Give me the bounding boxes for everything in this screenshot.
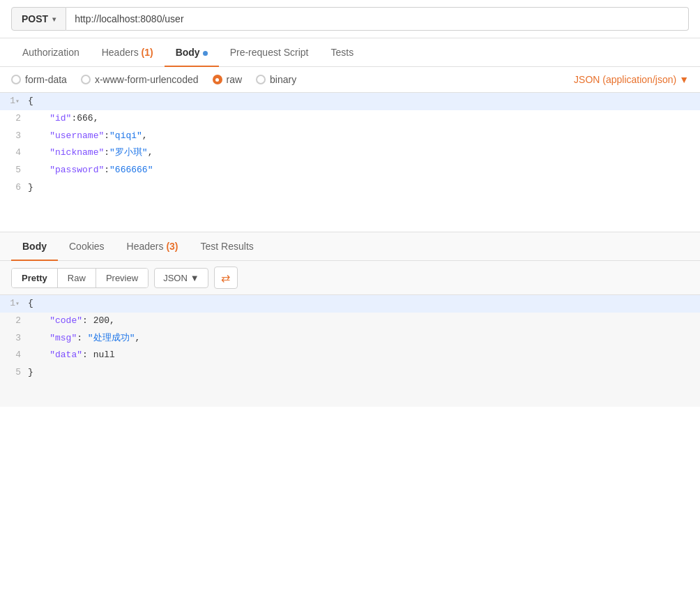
response-section: BodyCookiesHeaders (3)Test Results Prett… xyxy=(0,232,700,407)
line-number: 1▾ xyxy=(0,295,28,313)
line-number: 4 xyxy=(0,347,28,364)
line-content[interactable]: "data": null xyxy=(28,347,115,364)
response-json-dropdown[interactable]: JSON ▼ xyxy=(154,268,208,288)
line-content[interactable]: "msg": "处理成功", xyxy=(28,330,140,347)
line-content[interactable]: } xyxy=(28,179,33,197)
tab-authorization[interactable]: Authorization xyxy=(11,38,91,66)
line-number: 1▾ xyxy=(0,93,28,110)
line-number: 2 xyxy=(0,110,28,128)
radio-raw[interactable]: raw xyxy=(213,74,243,85)
wrap-icon: ⇄ xyxy=(221,271,230,285)
line-content[interactable]: "nickname":"罗小琪", xyxy=(28,144,153,162)
line-content[interactable]: { xyxy=(28,93,33,110)
wrap-button[interactable]: ⇄ xyxy=(214,267,238,289)
radio-x-www-form-urlencoded[interactable]: x-www-form-urlencoded xyxy=(81,74,199,85)
method-button[interactable]: POST ▾ xyxy=(11,7,66,31)
radio-label-x-www-form-urlencoded: x-www-form-urlencoded xyxy=(95,74,199,85)
format-btn-pretty[interactable]: Pretty xyxy=(12,269,58,287)
radio-circle-form-data xyxy=(11,75,21,84)
line-number: 3 xyxy=(0,128,28,145)
response-controls: PrettyRawPreviewJSON ▼⇄ xyxy=(0,261,700,295)
chevron-down-icon: ▼ xyxy=(679,74,689,85)
radio-label-binary: binary xyxy=(270,74,296,85)
line-content[interactable]: "password":"666666" xyxy=(28,162,153,179)
line-number: 5 xyxy=(0,364,28,382)
radio-label-form-data: form-data xyxy=(25,74,67,85)
request-code-editor[interactable]: 1▾{2 "id":666,3 "username":"qiqi",4 "nic… xyxy=(0,93,700,232)
radio-label-raw: raw xyxy=(227,74,243,85)
line-content[interactable]: "id":666, xyxy=(28,110,98,128)
radio-binary[interactable]: binary xyxy=(256,74,296,85)
radio-circle-binary xyxy=(256,75,266,84)
response-tab-body[interactable]: Body xyxy=(11,232,58,260)
line-number: 6 xyxy=(0,179,28,197)
radio-circle-x-www-form-urlencoded xyxy=(81,75,91,84)
response-code-editor[interactable]: 1▾{2 "code": 200,3 "msg": "处理成功",4 "data… xyxy=(0,295,700,407)
response-code-line: 3 "msg": "处理成功", xyxy=(0,330,700,347)
response-chevron-icon: ▼ xyxy=(190,273,199,283)
url-input[interactable] xyxy=(66,7,689,31)
method-chevron-icon: ▾ xyxy=(52,15,56,23)
line-number: 5 xyxy=(0,162,28,179)
format-button-group: PrettyRawPreview xyxy=(11,268,149,288)
request-code-line: 6} xyxy=(0,179,700,197)
line-content[interactable]: } xyxy=(28,364,33,382)
url-bar: POST ▾ xyxy=(0,0,700,38)
radio-circle-raw xyxy=(213,75,222,84)
request-tab-bar: AuthorizationHeaders (1)BodyPre-request … xyxy=(0,38,700,67)
request-code-line: 1▾{ xyxy=(0,93,700,110)
request-code-line: 5 "password":"666666" xyxy=(0,162,700,179)
response-code-line: 5} xyxy=(0,364,700,382)
response-code-line: 4 "data": null xyxy=(0,347,700,364)
json-type-label: JSON (application/json) xyxy=(574,74,676,85)
line-number: 3 xyxy=(0,330,28,347)
line-number: 4 xyxy=(0,144,28,162)
line-content[interactable]: { xyxy=(28,295,33,313)
response-tab-cookies[interactable]: Cookies xyxy=(58,232,116,260)
response-tab-test-results[interactable]: Test Results xyxy=(190,232,265,260)
response-json-label: JSON xyxy=(163,273,188,283)
format-btn-preview[interactable]: Preview xyxy=(96,269,148,287)
line-content[interactable]: "code": 200, xyxy=(28,313,115,330)
json-type-dropdown[interactable]: JSON (application/json) ▼ xyxy=(574,74,689,85)
response-tab-headers[interactable]: Headers (3) xyxy=(116,232,190,260)
request-code-line: 2 "id":666, xyxy=(0,110,700,128)
line-number: 2 xyxy=(0,313,28,330)
tab-headers[interactable]: Headers (1) xyxy=(91,38,165,66)
request-code-line: 3 "username":"qiqi", xyxy=(0,128,700,145)
tab-body[interactable]: Body xyxy=(165,38,219,66)
body-options: form-datax-www-form-urlencodedrawbinaryJ… xyxy=(0,67,700,93)
line-content[interactable]: "username":"qiqi", xyxy=(28,128,148,145)
tab-tests[interactable]: Tests xyxy=(319,38,365,66)
format-btn-raw[interactable]: Raw xyxy=(58,269,96,287)
request-code-line: 4 "nickname":"罗小琪", xyxy=(0,144,700,162)
tab-pre-request[interactable]: Pre-request Script xyxy=(219,38,320,66)
method-label: POST xyxy=(22,13,48,24)
radio-form-data[interactable]: form-data xyxy=(11,74,67,85)
response-tab-bar: BodyCookiesHeaders (3)Test Results xyxy=(0,232,700,261)
response-code-line: 2 "code": 200, xyxy=(0,313,700,330)
response-code-line: 1▾{ xyxy=(0,295,700,313)
